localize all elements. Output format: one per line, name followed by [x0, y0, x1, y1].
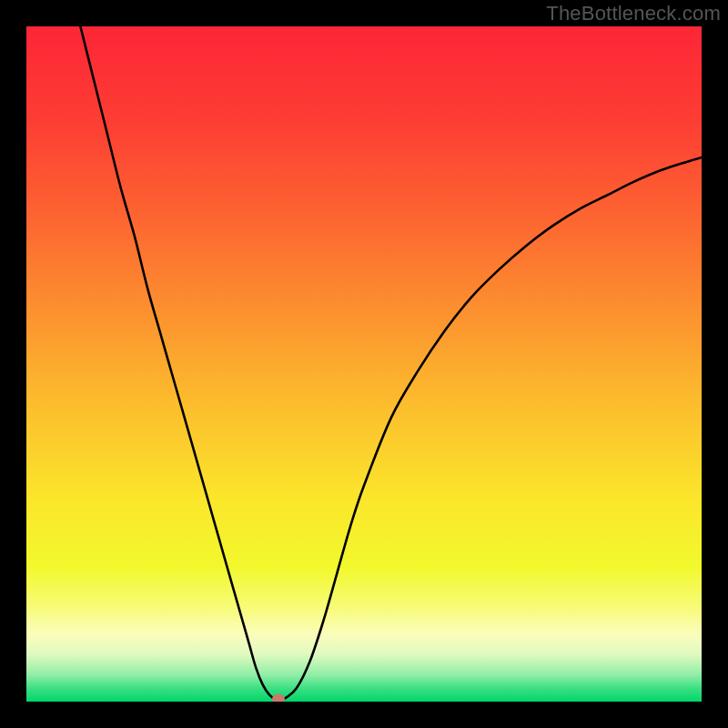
plot-area [26, 26, 702, 702]
bottleneck-curve [26, 26, 702, 702]
watermark-text: TheBottleneck.com [546, 2, 721, 25]
chart-container: TheBottleneck.com [0, 0, 728, 728]
optimal-point-marker [272, 694, 285, 702]
